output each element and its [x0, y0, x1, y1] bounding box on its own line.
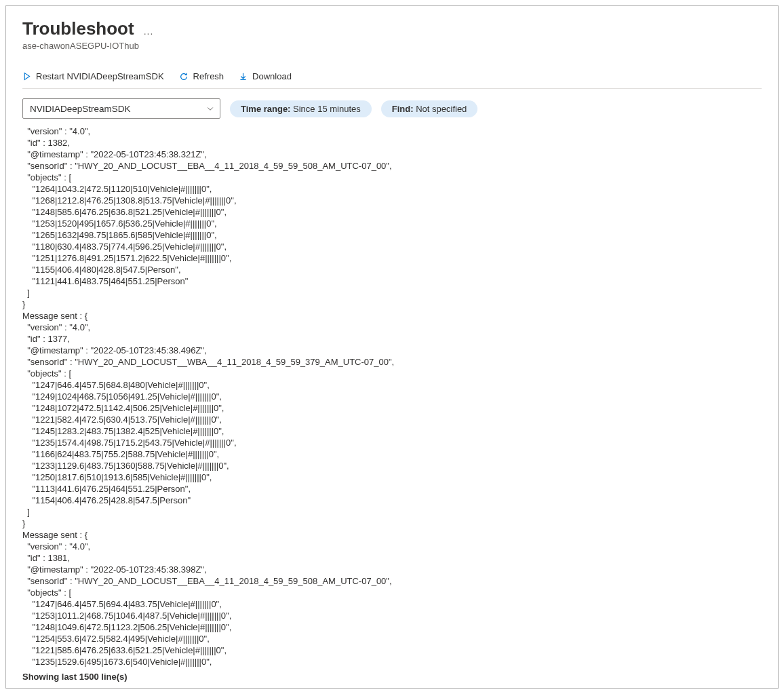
refresh-label: Refresh [193, 71, 224, 81]
find-value: Not specified [416, 104, 467, 114]
time-range-prefix: Time range: [241, 104, 293, 114]
resource-subtitle: ase-chawonASEGPU-IOThub [22, 41, 762, 51]
time-range-value: Since 15 minutes [293, 104, 361, 114]
download-button[interactable]: Download [239, 71, 292, 81]
filter-bar: NVIDIADeepStreamSDK Time range: Since 15… [22, 98, 762, 119]
download-icon [239, 72, 248, 81]
command-bar: Restart NVIDIADeepStreamSDK Refresh Down… [22, 71, 762, 89]
dropdown-value: NVIDIADeepStreamSDK [30, 104, 131, 114]
refresh-icon [179, 72, 189, 81]
find-pill[interactable]: Find: Not specified [381, 100, 478, 117]
more-actions-button[interactable]: ... [144, 26, 154, 37]
time-range-pill[interactable]: Time range: Since 15 minutes [230, 100, 372, 117]
status-line: Showing last 1500 line(s) [22, 672, 762, 682]
troubleshoot-panel: Troubleshoot ... ase-chawonASEGPU-IOThub… [5, 5, 779, 689]
restart-button[interactable]: Restart NVIDIADeepStreamSDK [22, 71, 164, 81]
play-icon [22, 72, 31, 81]
refresh-button[interactable]: Refresh [179, 71, 224, 81]
find-prefix: Find: [392, 104, 416, 114]
page-title: Troubleshoot [22, 18, 134, 39]
log-output: "version" : "4.0", "id" : 1382, "@timest… [22, 126, 762, 668]
download-label: Download [252, 71, 292, 81]
chevron-down-icon [206, 104, 214, 113]
module-dropdown[interactable]: NVIDIADeepStreamSDK [22, 98, 220, 119]
restart-label: Restart NVIDIADeepStreamSDK [36, 71, 164, 81]
